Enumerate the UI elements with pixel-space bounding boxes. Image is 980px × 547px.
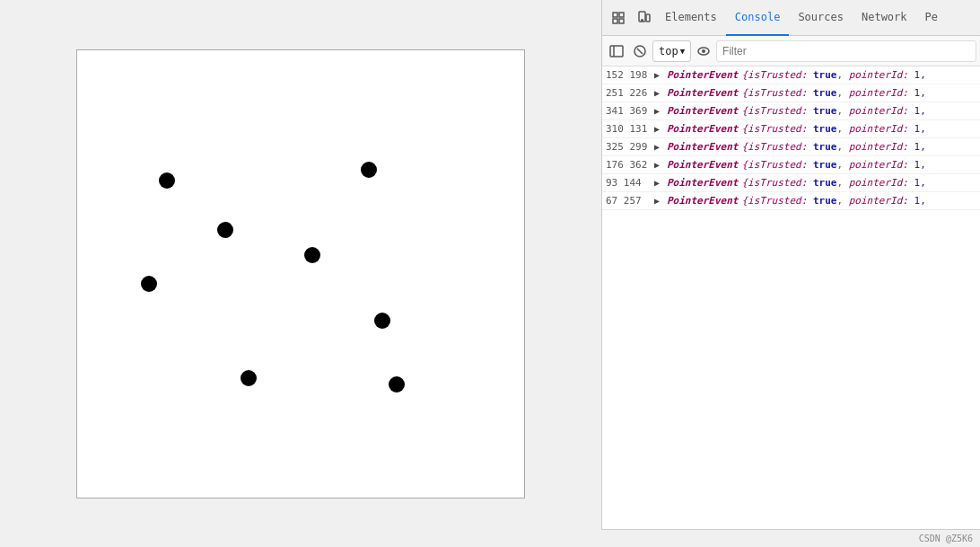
svg-point-12 bbox=[702, 49, 705, 53]
expand-arrow-icon[interactable]: ▶ bbox=[654, 70, 665, 80]
canvas-dot bbox=[241, 370, 257, 386]
log-event-name: PointerEvent bbox=[667, 123, 738, 135]
expand-arrow-icon[interactable]: ▶ bbox=[654, 178, 665, 188]
log-detail: {isTrusted: true, pointerId: 1, bbox=[741, 123, 925, 135]
tab-elements[interactable]: Elements bbox=[656, 0, 726, 36]
devtools-panel: Elements Console Sources Network Pe bbox=[601, 0, 980, 547]
log-coords: 251 226 bbox=[606, 87, 652, 99]
log-row[interactable]: 251 226 ▶ PointerEvent {isTrusted: true,… bbox=[602, 84, 980, 102]
log-event-name: PointerEvent bbox=[667, 177, 738, 189]
svg-rect-1 bbox=[619, 13, 624, 17]
log-detail: {isTrusted: true, pointerId: 1, bbox=[741, 141, 925, 153]
log-detail: {isTrusted: true, pointerId: 1, bbox=[741, 177, 925, 189]
inspector-icon[interactable] bbox=[606, 5, 631, 31]
svg-rect-5 bbox=[646, 14, 650, 22]
log-row[interactable]: 176 362 ▶ PointerEvent {isTrusted: true,… bbox=[602, 156, 980, 174]
svg-line-10 bbox=[637, 49, 643, 54]
context-dropdown[interactable]: top ▼ bbox=[652, 40, 691, 62]
footer: CSDN @Z5K6 bbox=[601, 529, 980, 547]
canvas-dot bbox=[361, 162, 377, 178]
log-coords: 310 131 bbox=[606, 123, 652, 135]
devtools-tab-bar: Elements Console Sources Network Pe bbox=[602, 0, 980, 36]
tab-sources[interactable]: Sources bbox=[789, 0, 853, 36]
footer-text: CSDN @Z5K6 bbox=[919, 534, 973, 543]
log-event-name: PointerEvent bbox=[667, 87, 738, 99]
log-detail: {isTrusted: true, pointerId: 1, bbox=[741, 105, 925, 117]
log-event-name: PointerEvent bbox=[667, 69, 738, 81]
expand-arrow-icon[interactable]: ▶ bbox=[654, 88, 665, 98]
canvas-dot bbox=[159, 172, 175, 189]
canvas-dot bbox=[304, 247, 320, 263]
log-row[interactable]: 341 369 ▶ PointerEvent {isTrusted: true,… bbox=[602, 102, 980, 120]
log-event-name: PointerEvent bbox=[667, 141, 738, 153]
canvas-dot bbox=[217, 222, 233, 238]
log-coords: 67 257 bbox=[606, 195, 652, 207]
log-coords: 152 198 bbox=[606, 69, 652, 81]
log-row[interactable]: 93 144 ▶ PointerEvent {isTrusted: true, … bbox=[602, 174, 980, 192]
tab-console[interactable]: Console bbox=[726, 0, 790, 36]
canvas-box[interactable] bbox=[76, 49, 525, 498]
log-event-name: PointerEvent bbox=[667, 105, 738, 117]
tab-performance[interactable]: Pe bbox=[916, 0, 947, 36]
log-row[interactable]: 325 299 ▶ PointerEvent {isTrusted: true,… bbox=[602, 138, 980, 156]
log-row[interactable]: 310 131 ▶ PointerEvent {isTrusted: true,… bbox=[602, 120, 980, 138]
console-toolbar: top ▼ bbox=[602, 36, 980, 66]
log-event-name: PointerEvent bbox=[667, 159, 738, 171]
log-row[interactable]: 152 198 ▶ PointerEvent {isTrusted: true,… bbox=[602, 66, 980, 84]
log-detail: {isTrusted: true, pointerId: 1, bbox=[741, 87, 925, 99]
log-coords: 325 299 bbox=[606, 141, 652, 153]
log-coords: 341 369 bbox=[606, 105, 652, 117]
expand-arrow-icon[interactable]: ▶ bbox=[654, 106, 665, 116]
svg-rect-7 bbox=[610, 46, 623, 57]
log-event-name: PointerEvent bbox=[667, 195, 738, 207]
log-detail: {isTrusted: true, pointerId: 1, bbox=[741, 159, 925, 171]
log-detail: {isTrusted: true, pointerId: 1, bbox=[741, 69, 925, 81]
svg-rect-3 bbox=[619, 19, 624, 23]
log-coords: 176 362 bbox=[606, 159, 652, 171]
expand-arrow-icon[interactable]: ▶ bbox=[654, 124, 665, 134]
log-coords: 93 144 bbox=[606, 177, 652, 189]
filter-input[interactable] bbox=[716, 40, 976, 62]
canvas-dot bbox=[389, 376, 405, 393]
log-detail: {isTrusted: true, pointerId: 1, bbox=[741, 195, 925, 207]
tab-network[interactable]: Network bbox=[853, 0, 916, 36]
clear-console-button[interactable] bbox=[629, 40, 651, 62]
device-toolbar-icon[interactable] bbox=[631, 5, 656, 31]
dropdown-arrow-icon: ▼ bbox=[680, 47, 685, 56]
expand-arrow-icon[interactable]: ▶ bbox=[654, 142, 665, 152]
canvas-area bbox=[0, 0, 601, 547]
svg-point-6 bbox=[642, 19, 643, 21]
expand-arrow-icon[interactable]: ▶ bbox=[654, 160, 665, 170]
canvas-dot bbox=[141, 276, 157, 292]
svg-rect-2 bbox=[613, 19, 617, 23]
log-row[interactable]: 67 257 ▶ PointerEvent {isTrusted: true, … bbox=[602, 192, 980, 210]
svg-rect-0 bbox=[613, 13, 617, 17]
sidebar-toggle-button[interactable] bbox=[606, 40, 627, 62]
canvas-dot bbox=[374, 313, 390, 329]
console-log-area: 152 198 ▶ PointerEvent {isTrusted: true,… bbox=[602, 66, 980, 529]
eye-icon-button[interactable] bbox=[693, 40, 714, 62]
expand-arrow-icon[interactable]: ▶ bbox=[654, 196, 665, 206]
